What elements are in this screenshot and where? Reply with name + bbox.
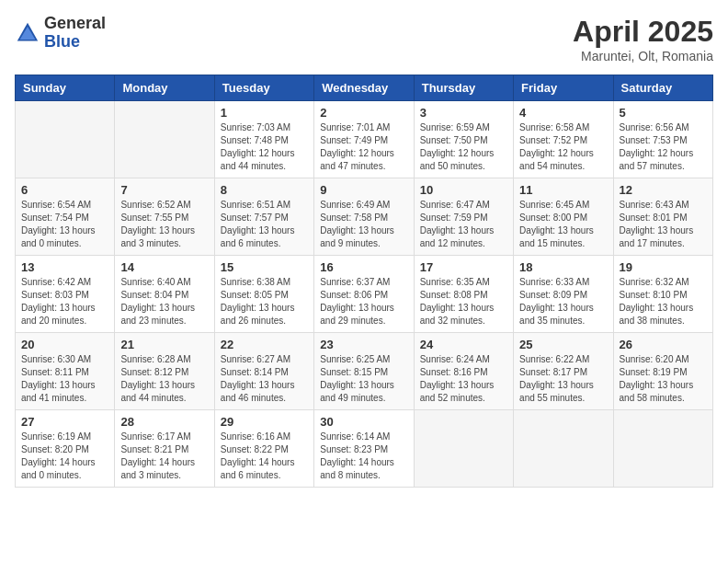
- day-number: 19: [620, 260, 707, 274]
- calendar-cell: [115, 101, 214, 178]
- day-info: Sunrise: 6:20 AM Sunset: 8:19 PM Dayligh…: [620, 353, 707, 405]
- weekday-header-thursday: Thursday: [414, 75, 513, 101]
- calendar-cell: 13Sunrise: 6:42 AM Sunset: 8:03 PM Dayli…: [16, 256, 115, 333]
- day-info: Sunrise: 6:38 AM Sunset: 8:05 PM Dayligh…: [221, 276, 308, 327]
- weekday-header-row: SundayMondayTuesdayWednesdayThursdayFrid…: [16, 75, 713, 101]
- day-number: 21: [120, 338, 208, 351]
- day-number: 15: [221, 260, 308, 274]
- day-info: Sunrise: 6:27 AM Sunset: 8:14 PM Dayligh…: [221, 353, 308, 405]
- logo: General Blue: [15, 15, 106, 52]
- logo-icon: [15, 20, 40, 46]
- calendar-cell: [514, 410, 613, 488]
- day-info: Sunrise: 6:51 AM Sunset: 7:57 PM Dayligh…: [221, 199, 308, 250]
- day-info: Sunrise: 6:49 AM Sunset: 7:58 PM Dayligh…: [320, 199, 407, 250]
- day-info: Sunrise: 6:58 AM Sunset: 7:52 PM Dayligh…: [519, 121, 607, 173]
- calendar-cell: 30Sunrise: 6:14 AM Sunset: 8:23 PM Dayli…: [314, 410, 414, 488]
- day-number: 29: [221, 415, 308, 429]
- weekday-header-friday: Friday: [514, 75, 613, 101]
- day-number: 2: [320, 106, 407, 120]
- day-info: Sunrise: 6:14 AM Sunset: 8:23 PM Dayligh…: [320, 431, 407, 482]
- day-number: 17: [420, 260, 507, 274]
- day-number: 9: [320, 183, 407, 197]
- day-info: Sunrise: 6:37 AM Sunset: 8:06 PM Dayligh…: [320, 276, 407, 327]
- day-info: Sunrise: 6:17 AM Sunset: 8:21 PM Dayligh…: [120, 431, 208, 482]
- calendar-cell: [16, 101, 115, 178]
- day-number: 5: [620, 106, 707, 120]
- calendar-cell: 19Sunrise: 6:32 AM Sunset: 8:10 PM Dayli…: [613, 256, 712, 333]
- calendar-cell: 7Sunrise: 6:52 AM Sunset: 7:55 PM Daylig…: [115, 178, 214, 256]
- day-number: 12: [620, 183, 707, 197]
- calendar-cell: 23Sunrise: 6:25 AM Sunset: 8:15 PM Dayli…: [314, 333, 414, 410]
- day-number: 28: [120, 415, 208, 429]
- weekday-header-wednesday: Wednesday: [314, 75, 414, 101]
- logo-general-text: General: [44, 15, 106, 33]
- week-row-2: 6Sunrise: 6:54 AM Sunset: 7:54 PM Daylig…: [16, 178, 713, 256]
- day-info: Sunrise: 6:30 AM Sunset: 8:11 PM Dayligh…: [21, 353, 108, 405]
- day-number: 8: [221, 183, 308, 197]
- day-info: Sunrise: 6:16 AM Sunset: 8:22 PM Dayligh…: [221, 431, 308, 482]
- calendar-cell: 21Sunrise: 6:28 AM Sunset: 8:12 PM Dayli…: [115, 333, 214, 410]
- day-number: 22: [221, 338, 308, 351]
- day-info: Sunrise: 6:33 AM Sunset: 8:09 PM Dayligh…: [519, 276, 607, 327]
- calendar-cell: 10Sunrise: 6:47 AM Sunset: 7:59 PM Dayli…: [414, 178, 513, 256]
- weekday-header-saturday: Saturday: [613, 75, 712, 101]
- calendar-cell: 18Sunrise: 6:33 AM Sunset: 8:09 PM Dayli…: [514, 256, 613, 333]
- day-number: 13: [21, 260, 108, 274]
- day-info: Sunrise: 6:47 AM Sunset: 7:59 PM Dayligh…: [420, 199, 507, 250]
- weekday-header-tuesday: Tuesday: [214, 75, 313, 101]
- day-info: Sunrise: 6:54 AM Sunset: 7:54 PM Dayligh…: [21, 199, 108, 250]
- weekday-header-monday: Monday: [115, 75, 214, 101]
- day-number: 1: [221, 106, 308, 120]
- calendar-cell: 6Sunrise: 6:54 AM Sunset: 7:54 PM Daylig…: [16, 178, 115, 256]
- location-subtitle: Maruntei, Olt, Romania: [573, 49, 713, 63]
- week-row-4: 20Sunrise: 6:30 AM Sunset: 8:11 PM Dayli…: [16, 333, 713, 410]
- logo-text: General Blue: [44, 15, 106, 52]
- day-number: 4: [519, 106, 607, 120]
- day-info: Sunrise: 6:59 AM Sunset: 7:50 PM Dayligh…: [420, 121, 507, 173]
- day-info: Sunrise: 6:24 AM Sunset: 8:16 PM Dayligh…: [420, 353, 507, 405]
- calendar-cell: 28Sunrise: 6:17 AM Sunset: 8:21 PM Dayli…: [115, 410, 214, 488]
- calendar-cell: 9Sunrise: 6:49 AM Sunset: 7:58 PM Daylig…: [314, 178, 414, 256]
- day-info: Sunrise: 6:35 AM Sunset: 8:08 PM Dayligh…: [420, 276, 507, 327]
- title-area: April 2025 Maruntei, Olt, Romania: [573, 15, 713, 63]
- calendar-cell: 20Sunrise: 6:30 AM Sunset: 8:11 PM Dayli…: [16, 333, 115, 410]
- day-number: 27: [21, 415, 108, 429]
- day-number: 14: [120, 260, 208, 274]
- day-number: 16: [320, 260, 407, 274]
- day-info: Sunrise: 6:32 AM Sunset: 8:10 PM Dayligh…: [620, 276, 707, 327]
- calendar-cell: 12Sunrise: 6:43 AM Sunset: 8:01 PM Dayli…: [613, 178, 712, 256]
- calendar-cell: 1Sunrise: 7:03 AM Sunset: 7:48 PM Daylig…: [214, 101, 313, 178]
- day-number: 30: [320, 415, 407, 429]
- day-info: Sunrise: 6:19 AM Sunset: 8:20 PM Dayligh…: [21, 431, 108, 482]
- day-info: Sunrise: 6:56 AM Sunset: 7:53 PM Dayligh…: [620, 121, 707, 173]
- day-number: 23: [320, 338, 407, 351]
- calendar-cell: 25Sunrise: 6:22 AM Sunset: 8:17 PM Dayli…: [514, 333, 613, 410]
- calendar-cell: 24Sunrise: 6:24 AM Sunset: 8:16 PM Dayli…: [414, 333, 513, 410]
- week-row-3: 13Sunrise: 6:42 AM Sunset: 8:03 PM Dayli…: [16, 256, 713, 333]
- calendar-cell: 11Sunrise: 6:45 AM Sunset: 8:00 PM Dayli…: [514, 178, 613, 256]
- calendar-cell: 15Sunrise: 6:38 AM Sunset: 8:05 PM Dayli…: [214, 256, 313, 333]
- day-info: Sunrise: 6:28 AM Sunset: 8:12 PM Dayligh…: [120, 353, 208, 405]
- calendar-table: SundayMondayTuesdayWednesdayThursdayFrid…: [15, 75, 713, 488]
- week-row-1: 1Sunrise: 7:03 AM Sunset: 7:48 PM Daylig…: [16, 101, 713, 178]
- weekday-header-sunday: Sunday: [16, 75, 115, 101]
- day-number: 10: [420, 183, 507, 197]
- day-number: 7: [120, 183, 208, 197]
- day-info: Sunrise: 6:25 AM Sunset: 8:15 PM Dayligh…: [320, 353, 407, 405]
- day-info: Sunrise: 7:01 AM Sunset: 7:49 PM Dayligh…: [320, 121, 407, 173]
- day-number: 11: [519, 183, 607, 197]
- day-info: Sunrise: 6:22 AM Sunset: 8:17 PM Dayligh…: [519, 353, 607, 405]
- calendar-cell: 5Sunrise: 6:56 AM Sunset: 7:53 PM Daylig…: [613, 101, 712, 178]
- calendar-cell: 27Sunrise: 6:19 AM Sunset: 8:20 PM Dayli…: [16, 410, 115, 488]
- calendar-cell: 16Sunrise: 6:37 AM Sunset: 8:06 PM Dayli…: [314, 256, 414, 333]
- day-info: Sunrise: 6:42 AM Sunset: 8:03 PM Dayligh…: [21, 276, 108, 327]
- logo-blue-text: Blue: [44, 33, 106, 52]
- day-info: Sunrise: 6:43 AM Sunset: 8:01 PM Dayligh…: [620, 199, 707, 250]
- day-number: 20: [21, 338, 108, 351]
- calendar-cell: 3Sunrise: 6:59 AM Sunset: 7:50 PM Daylig…: [414, 101, 513, 178]
- calendar-cell: 17Sunrise: 6:35 AM Sunset: 8:08 PM Dayli…: [414, 256, 513, 333]
- calendar-cell: 4Sunrise: 6:58 AM Sunset: 7:52 PM Daylig…: [514, 101, 613, 178]
- calendar-cell: [613, 410, 712, 488]
- day-number: 25: [519, 338, 607, 351]
- day-number: 6: [21, 183, 108, 197]
